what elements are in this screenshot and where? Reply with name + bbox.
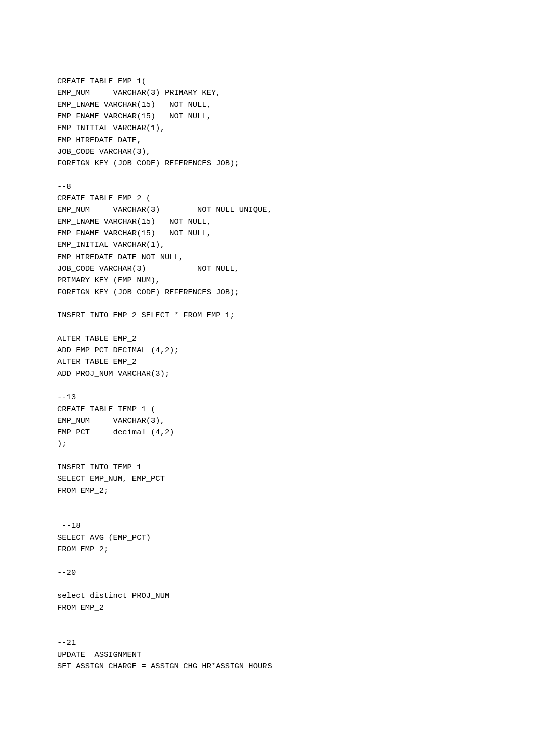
sql-code-block: CREATE TABLE EMP_1( EMP_NUM VARCHAR(3) P… [57,76,533,672]
